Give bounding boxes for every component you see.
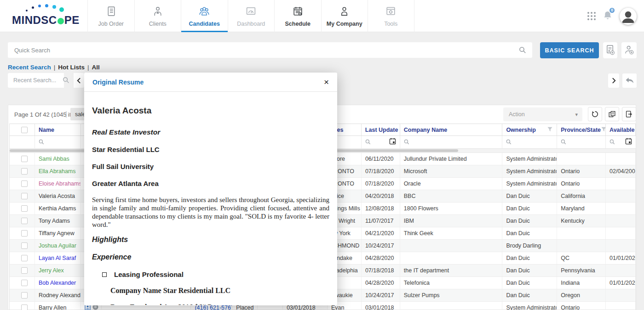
- tab-job-order[interactable]: Job Order: [87, 0, 134, 32]
- row-checkbox[interactable]: [21, 205, 28, 212]
- filter-last-update-input[interactable]: [362, 136, 400, 148]
- topbar-actions: 0: [587, 0, 637, 32]
- recent-search-input[interactable]: [8, 73, 64, 88]
- row-checkbox[interactable]: [21, 180, 28, 187]
- candidate-name-link[interactable]: Joshua Aguilar: [39, 242, 76, 249]
- candidate-name-link[interactable]: Eloise Abrahams: [39, 180, 81, 187]
- undo-button[interactable]: [622, 73, 637, 88]
- row-checkbox[interactable]: [21, 156, 28, 162]
- company-cell: Think Geek: [400, 227, 503, 239]
- app-window: MINDSCPE Job Order Clients Candidates Da…: [0, 0, 644, 310]
- notifications-button[interactable]: 0: [603, 11, 612, 22]
- company-cell: [400, 240, 503, 252]
- filter-funnel-icon[interactable]: [547, 126, 553, 134]
- filter-available-input[interactable]: [606, 136, 636, 148]
- tab-label: My Company: [327, 21, 362, 27]
- quick-links-row: Recent Search|Hot Lists|All: [8, 64, 100, 71]
- add-job-order-button[interactable]: [603, 42, 617, 58]
- scroll-right-button[interactable]: [608, 73, 619, 88]
- row-checkbox[interactable]: [21, 230, 28, 237]
- column-header-name[interactable]: Name: [35, 124, 81, 135]
- filter-name-input[interactable]: [35, 136, 81, 148]
- column-header-last-update[interactable]: Last Update: [362, 124, 400, 135]
- ownership-cell: System Administrator: [502, 178, 557, 190]
- original-resume-modal: Original Resume × Valeria AcostaReal Est…: [84, 73, 337, 305]
- row-checkbox[interactable]: [21, 280, 28, 286]
- filter-company-input[interactable]: [400, 136, 503, 148]
- resume-line-heading: Highlights: [92, 236, 329, 244]
- close-icon[interactable]: ×: [324, 78, 329, 86]
- person-icon: [620, 8, 636, 24]
- candidate-name-cell: Kerthia Adams: [35, 203, 81, 214]
- ownership-cell: Dan Duic: [502, 203, 557, 214]
- company-cell: Jullundur Private Limited: [400, 153, 503, 165]
- quick-search-input[interactable]: [8, 42, 532, 58]
- row-checkbox[interactable]: [21, 292, 28, 299]
- ownership-cell: Dan Duic: [502, 277, 557, 289]
- candidate-name-link[interactable]: Layan Al Saraf: [39, 255, 76, 261]
- candidate-name-link[interactable]: Valeria Acosta: [39, 193, 75, 199]
- candidate-name-link[interactable]: Barry Allen: [39, 304, 66, 310]
- filter-ownership-input[interactable]: [502, 136, 557, 148]
- column-chooser-button[interactable]: [605, 107, 619, 121]
- column-header-available[interactable]: Available: [606, 124, 636, 135]
- notification-badge: 0: [609, 7, 615, 14]
- ownership-cell: Dan Duic: [502, 265, 557, 276]
- all-link[interactable]: All: [92, 64, 100, 71]
- chevron-down-icon: ▾: [575, 112, 578, 118]
- tab-candidates[interactable]: Candidates: [181, 0, 228, 32]
- province-cell: QC: [557, 252, 606, 264]
- select-all-checkbox[interactable]: [21, 127, 28, 133]
- basic-search-button[interactable]: BASIC SEARCH: [540, 42, 599, 58]
- row-checkbox[interactable]: [21, 193, 28, 199]
- row-checkbox[interactable]: [21, 255, 28, 261]
- last-update-cell: 04/20/2018: [362, 190, 400, 202]
- ownership-cell: Dan Duic: [502, 227, 557, 239]
- candidate-name-link[interactable]: Ella Abrahams: [39, 168, 76, 175]
- available-cell: 02/04/2009: [606, 165, 636, 177]
- candidate-name-link[interactable]: Tiffany Agnew: [39, 230, 75, 237]
- filter-funnel-icon[interactable]: [601, 126, 606, 134]
- candidate-name-link[interactable]: Kerthia Adams: [39, 205, 76, 212]
- export-button[interactable]: [622, 107, 636, 121]
- refresh-icon: [591, 110, 599, 118]
- tab-schedule[interactable]: Schedule: [274, 0, 321, 32]
- tab-dashboard[interactable]: Dashboard: [228, 0, 275, 32]
- brand-logo[interactable]: MINDSCPE: [12, 4, 81, 29]
- user-avatar[interactable]: [620, 8, 637, 25]
- calendar-icon[interactable]: [625, 138, 632, 147]
- tab-clients[interactable]: Clients: [134, 0, 181, 32]
- refresh-button[interactable]: [588, 107, 602, 121]
- resume-line-serif-bold: Company Name Star Residential LLC: [92, 287, 329, 295]
- row-checkbox[interactable]: [21, 218, 28, 224]
- row-checkbox[interactable]: [21, 242, 28, 249]
- hot-lists-link[interactable]: Hot Lists: [58, 64, 85, 71]
- resume-line-heading: Experience: [92, 253, 329, 261]
- scroll-left-button[interactable]: [74, 73, 84, 88]
- candidate-name-cell: Ella Abrahams: [35, 165, 81, 177]
- tab-my-company[interactable]: My Company: [321, 0, 368, 32]
- candidate-name-link[interactable]: Jerry Alex: [39, 267, 64, 274]
- apps-grid-icon[interactable]: [587, 12, 596, 20]
- column-header-company[interactable]: Company Name: [400, 124, 503, 135]
- calendar-icon[interactable]: [389, 138, 396, 147]
- column-header-ownership[interactable]: Ownership: [502, 124, 557, 135]
- filter-province-input[interactable]: [557, 136, 606, 148]
- candidate-name-link[interactable]: Rodney Alexander: [39, 292, 81, 299]
- brand-name: MINDSCPE: [12, 14, 80, 27]
- row-checkbox-cell: [10, 215, 35, 227]
- recent-search-link[interactable]: Recent Search: [8, 64, 51, 71]
- action-dropdown[interactable]: Action ▾: [503, 107, 582, 121]
- candidate-name-link[interactable]: Tony Adams: [39, 218, 70, 224]
- company-cell: [400, 252, 503, 264]
- resume-line-bold: Greater Atlanta Area: [92, 180, 329, 187]
- resume-line-para: Serving first time home buyers, investor…: [92, 196, 329, 229]
- tab-tools[interactable]: Tools: [368, 0, 414, 32]
- add-candidate-button[interactable]: [621, 42, 637, 58]
- candidate-name-link[interactable]: Sami Abbas: [39, 156, 69, 162]
- row-checkbox[interactable]: [21, 304, 28, 310]
- candidate-name-link[interactable]: Bob Alexander: [39, 280, 76, 286]
- column-header-province[interactable]: Province/State: [557, 124, 606, 135]
- row-checkbox[interactable]: [21, 267, 28, 274]
- row-checkbox[interactable]: [21, 168, 28, 175]
